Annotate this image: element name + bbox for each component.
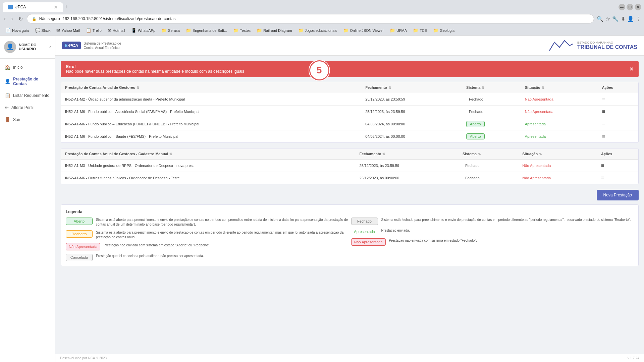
bookmark-geologia[interactable]: 📁Geologia: [430, 27, 457, 34]
cell-situacao: Apresentada: [521, 130, 598, 143]
col-acoes-1: Ações: [598, 82, 638, 93]
action-menu-icon[interactable]: ≡: [601, 163, 604, 168]
sidebar-item-prestacao[interactable]: 👤Prestação de Contas: [0, 73, 55, 89]
cell-acoes: ≡: [598, 93, 638, 106]
action-menu-icon[interactable]: ≡: [602, 109, 605, 114]
app-footer: DesenvoLvido por NCA © 2023 v.1.7.24: [55, 354, 644, 362]
legend-badge: Cancelada: [66, 254, 93, 261]
main-area: E-PCA Sistema de Prestação de Contas Anu…: [55, 36, 644, 362]
bookmark-serasa[interactable]: 📁Serasa: [159, 27, 182, 34]
table-row: IN52-A1-M2 - Órgão superior da administr…: [61, 93, 638, 106]
bookmark-testes[interactable]: 📁Testes: [230, 27, 253, 34]
bookmark-nova-guia[interactable]: 📄Nova guia: [3, 27, 32, 34]
bookmark-hotmail[interactable]: ✉Hotmail: [105, 27, 128, 34]
reload-button[interactable]: ↻: [17, 14, 24, 23]
url-security: Não seguro: [39, 16, 60, 21]
bookmark-icon[interactable]: ☆: [605, 16, 610, 22]
error-close-button[interactable]: ×: [630, 66, 633, 73]
menu-icon[interactable]: ⋮: [636, 16, 641, 22]
cell-sistema: Aberto: [462, 130, 521, 143]
sort-icon[interactable]: ⇅: [478, 152, 481, 156]
sidebar-item-sair[interactable]: 🚪Sair: [0, 114, 55, 126]
legend-left-col: AbertoSistema está aberto para preenchim…: [66, 218, 348, 261]
bookmark-ufma[interactable]: 📁UFMA: [387, 27, 410, 34]
table-row: IN52-A1-M6 - Fundo público – Educação (F…: [61, 118, 638, 130]
bookmark-engenharia[interactable]: 📁Engenharia de Soft...: [183, 27, 230, 34]
tab-close-button[interactable]: ✕: [54, 4, 58, 10]
sort-icon[interactable]: ⇅: [382, 152, 385, 156]
forward-button[interactable]: ›: [10, 14, 14, 23]
bookmark-yahoo-mail[interactable]: ✉Yahoo Mail: [54, 27, 82, 34]
legend-badge: Apresentada: [351, 228, 378, 235]
legend-desc: Sistema está aberto para preenchimento e…: [96, 230, 348, 240]
bookmark-whatsapp[interactable]: 📱WhatsAPp: [128, 27, 158, 34]
logo-text: Sistema de Prestação de Contas Anual Ele…: [84, 41, 124, 50]
error-title: Erro!: [66, 64, 244, 69]
sidebar-item-listar[interactable]: 📋Listar Requerimento: [0, 89, 55, 102]
cell-descricao: IN52-A1-M6 - Fundo público – Saúde (FES/…: [61, 130, 361, 143]
error-banner: Erro! Não pode haver duas prestações de …: [61, 61, 639, 77]
sidebar-nav: 🏠Início👤Prestação de Contas📋Listar Reque…: [0, 59, 55, 128]
tab-title: ePCA: [15, 5, 26, 9]
col-descricao-1: Prestação de Contas Anual de Gestores ⇅: [61, 82, 361, 93]
action-menu-icon[interactable]: ≡: [602, 96, 605, 102]
sidebar-toggle-button[interactable]: ‹: [49, 44, 51, 50]
legend-item: FechadoSistema está fechado para preench…: [351, 218, 634, 225]
bookmark-jogos[interactable]: 📁Jogos educacionais: [296, 27, 340, 34]
sort-icon[interactable]: ⇅: [388, 86, 391, 89]
app-logo: E-PCA Sistema de Prestação de Contas Anu…: [62, 41, 124, 50]
nav-label-sair: Sair: [13, 117, 20, 122]
bookmark-railroad[interactable]: 📁Railroad Diagram: [254, 27, 295, 34]
gestores-table: Prestação de Contas Anual de Gestores ⇅ …: [61, 82, 638, 142]
legend-desc: Sistema está aberto para preenchimento e…: [96, 218, 348, 227]
legend-item: Não ApresentadaPrestação não enviada com…: [351, 238, 634, 246]
table-row: IN52-A1-M3 - Unidade gestora de RPPS - O…: [61, 160, 638, 172]
address-bar: ‹ › ↻ 🔒 Não seguro 192.168.200.152:8091/…: [0, 12, 644, 25]
action-menu-icon[interactable]: ≡: [601, 175, 604, 181]
sort-icon[interactable]: ⇅: [137, 86, 139, 89]
legend-badge: Aberto: [66, 218, 93, 225]
bookmark-tce[interactable]: 📁TCE: [410, 27, 430, 34]
sort-icon[interactable]: ⇅: [539, 152, 542, 156]
cell-situacao: Não Apresentada: [521, 106, 598, 118]
cell-fechamento: 25/12/2023, às 23:59:59: [361, 106, 462, 118]
sort-icon[interactable]: ⇅: [169, 152, 172, 156]
sidebar-user: 👤 NOME DO USUARIO ‹: [0, 36, 55, 59]
search-icon[interactable]: 🔍: [597, 16, 603, 22]
bar-actions: 🔍 ☆ 🔧 ⬇ 👤 ⋮: [597, 16, 641, 22]
tab-bar: e ePCA ✕ + — ❐ ✕: [0, 0, 644, 12]
minimize-button[interactable]: —: [619, 4, 625, 10]
col-sistema-2: Sistema ⇅: [459, 148, 518, 160]
profile-icon[interactable]: 👤: [627, 16, 634, 22]
close-button[interactable]: ✕: [635, 4, 641, 10]
legend-item: Não ApresentadaPrestação não enviada com…: [66, 243, 348, 250]
action-menu-icon[interactable]: ≡: [602, 133, 605, 139]
bookmark-json[interactable]: 📁Online JSON Viewer: [340, 27, 386, 34]
cell-fechamento: 25/12/2023, às 23:59:59: [356, 160, 459, 172]
nova-prestacao-button[interactable]: Nova Prestação: [597, 190, 639, 200]
active-tab[interactable]: e ePCA ✕: [3, 2, 63, 12]
bookmark-slack[interactable]: 💬Slack: [32, 27, 53, 34]
sort-icon[interactable]: ⇅: [542, 86, 544, 89]
gestores-table-header: Prestação de Contas Anual de Gestores ⇅ …: [61, 82, 638, 93]
sidebar-item-alterar[interactable]: ✏Alterar Perfil: [0, 102, 55, 114]
url-bar[interactable]: 🔒 Não seguro 192.168.200.152:8091/sistem…: [27, 14, 594, 23]
sidebar-item-inicio[interactable]: 🏠Início: [0, 61, 55, 73]
cell-situacao: Não Apresentada: [518, 172, 597, 184]
legend-item: ApresentadaPrestação enviada.: [351, 228, 634, 235]
sort-icon[interactable]: ⇅: [482, 86, 484, 89]
table-row: IN52-A1-M6 - Fundo público – Assistência…: [61, 106, 638, 118]
cell-fechamento: 04/03/2024, às 00:00:00: [361, 118, 462, 130]
restore-button[interactable]: ❐: [627, 4, 633, 10]
download-icon[interactable]: ⬇: [621, 16, 625, 22]
action-menu-icon[interactable]: ≡: [602, 121, 605, 127]
cell-sistema: Fechado: [459, 160, 518, 172]
bookmark-trello[interactable]: 📋Trello: [83, 27, 104, 34]
back-button[interactable]: ‹: [3, 14, 7, 23]
col-sistema-1: Sistema ⇅: [462, 82, 521, 93]
cell-acoes: ≡: [597, 160, 638, 172]
col-situacao-2: Situação ⇅: [518, 148, 597, 160]
cell-descricao: IN52-A1-M6 - Fundo público – Educação (F…: [61, 118, 361, 130]
new-tab-button[interactable]: +: [64, 4, 68, 11]
extension-icon[interactable]: 🔧: [612, 16, 619, 22]
